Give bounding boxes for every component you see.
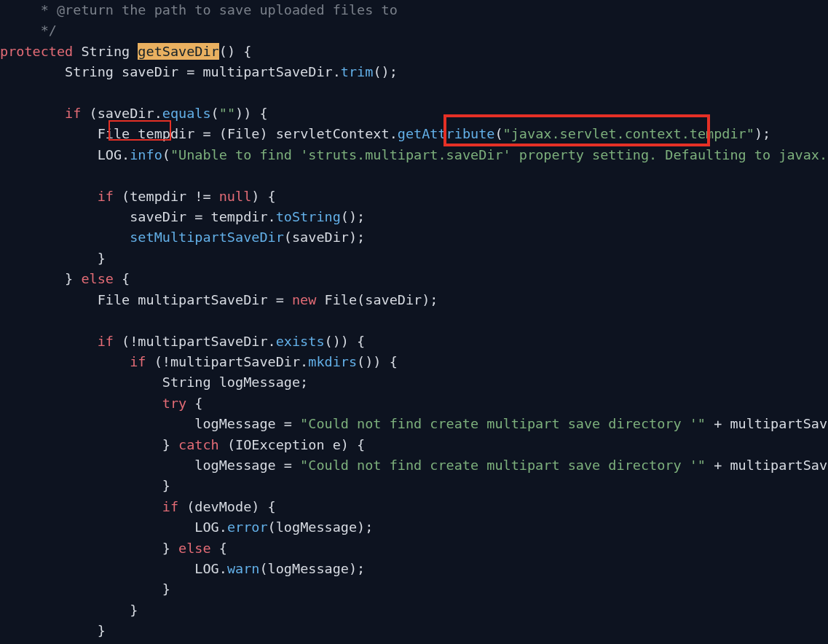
source-code-view: * @return the path to save uploaded file…	[0, 0, 828, 642]
